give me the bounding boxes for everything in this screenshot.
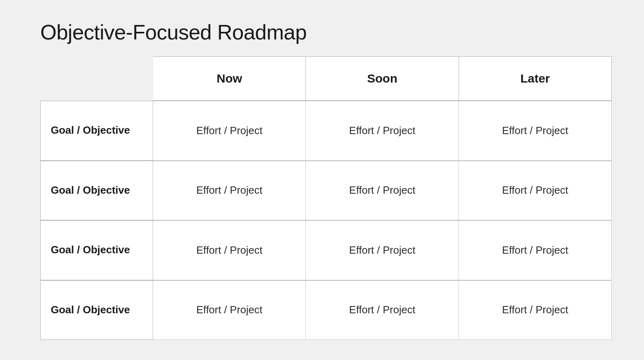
effort-now-label-row-2: Effort / Project bbox=[196, 184, 262, 197]
effort-soon-row-2: Effort / Project bbox=[306, 161, 459, 221]
effort-later-row-4: Effort / Project bbox=[459, 280, 612, 340]
effort-now-row-3: Effort / Project bbox=[153, 220, 306, 280]
effort-now-label-row-3: Effort / Project bbox=[196, 244, 262, 257]
effort-later-row-3: Effort / Project bbox=[459, 220, 612, 280]
header-now: Now bbox=[153, 56, 306, 101]
effort-now-label-row-1: Effort / Project bbox=[196, 124, 262, 137]
effort-soon-label-row-3: Effort / Project bbox=[349, 244, 415, 257]
goal-cell-row-4: Goal / Objective bbox=[40, 280, 153, 340]
header-soon: Soon bbox=[306, 56, 459, 101]
corner-cell bbox=[40, 56, 153, 101]
effort-soon-label-row-4: Effort / Project bbox=[349, 304, 415, 316]
header-later-label: Later bbox=[520, 72, 550, 85]
effort-soon-row-3: Effort / Project bbox=[306, 220, 459, 280]
goal-label-row-4: Goal / Objective bbox=[51, 303, 130, 317]
effort-now-row-2: Effort / Project bbox=[153, 161, 306, 221]
header-soon-label: Soon bbox=[367, 72, 397, 85]
effort-later-label-row-2: Effort / Project bbox=[502, 184, 568, 197]
effort-soon-row-1: Effort / Project bbox=[306, 101, 459, 161]
roadmap-table: Now Soon Later Goal / ObjectiveEffort / … bbox=[40, 56, 612, 340]
goal-label-row-3: Goal / Objective bbox=[51, 243, 130, 257]
effort-now-label-row-4: Effort / Project bbox=[196, 304, 262, 316]
effort-soon-label-row-2: Effort / Project bbox=[349, 184, 415, 197]
goal-label-row-1: Goal / Objective bbox=[51, 124, 130, 137]
effort-now-row-4: Effort / Project bbox=[153, 280, 306, 340]
effort-later-label-row-1: Effort / Project bbox=[502, 124, 568, 137]
header-now-label: Now bbox=[217, 72, 242, 85]
slide-container: Objective-Focused Roadmap Now Soon Later… bbox=[0, 0, 644, 360]
effort-later-label-row-4: Effort / Project bbox=[502, 304, 568, 316]
effort-later-row-2: Effort / Project bbox=[459, 161, 612, 221]
goal-cell-row-2: Goal / Objective bbox=[40, 161, 153, 221]
page-title: Objective-Focused Roadmap bbox=[40, 20, 612, 44]
effort-now-row-1: Effort / Project bbox=[153, 101, 306, 161]
effort-soon-row-4: Effort / Project bbox=[306, 280, 459, 340]
effort-later-row-1: Effort / Project bbox=[459, 101, 612, 161]
effort-later-label-row-3: Effort / Project bbox=[502, 244, 568, 257]
goal-label-row-2: Goal / Objective bbox=[51, 184, 130, 197]
effort-soon-label-row-1: Effort / Project bbox=[349, 124, 415, 137]
goal-cell-row-1: Goal / Objective bbox=[40, 101, 153, 161]
header-later: Later bbox=[459, 56, 612, 101]
goal-cell-row-3: Goal / Objective bbox=[40, 220, 153, 280]
